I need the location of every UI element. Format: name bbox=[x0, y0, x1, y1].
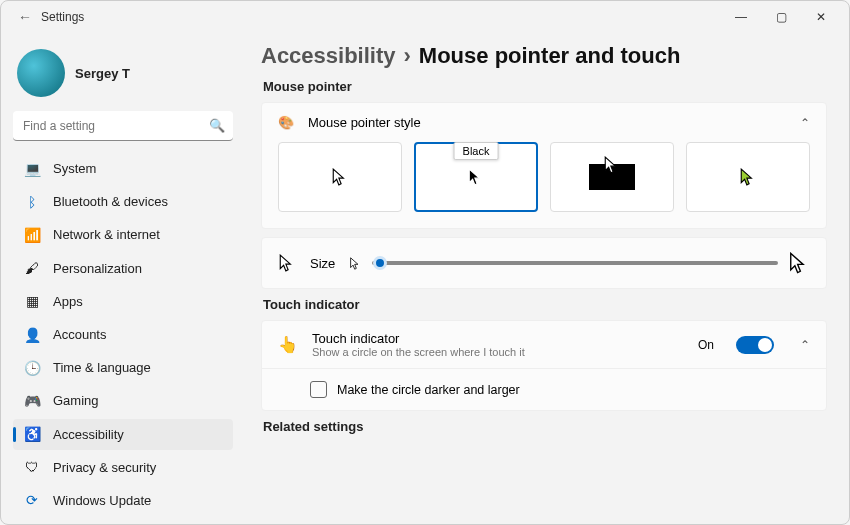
darker-larger-checkbox[interactable] bbox=[310, 381, 327, 398]
section-mouse-pointer: Mouse pointer bbox=[263, 79, 827, 94]
breadcrumb: Accessibility › Mouse pointer and touch bbox=[261, 43, 827, 69]
nav-label: System bbox=[53, 161, 96, 176]
nav-label: Privacy & security bbox=[53, 460, 156, 475]
apps-icon: ▦ bbox=[23, 292, 41, 310]
nav-label: Personalization bbox=[53, 261, 142, 276]
gaming-icon: 🎮 bbox=[23, 392, 41, 410]
touch-subtitle: Show a circle on the screen where I touc… bbox=[312, 346, 684, 358]
style-tooltip: Black bbox=[454, 142, 499, 160]
accessibility-icon: ♿ bbox=[23, 425, 41, 443]
nav-label: Bluetooth & devices bbox=[53, 194, 168, 209]
accounts-icon: 👤 bbox=[23, 326, 41, 344]
chevron-up-icon: ⌃ bbox=[800, 116, 810, 130]
update-icon: ⟳ bbox=[23, 491, 41, 509]
style-card-header[interactable]: 🎨 Mouse pointer style ⌃ bbox=[262, 103, 826, 142]
touch-card-header[interactable]: 👆 Touch indicator Show a circle on the s… bbox=[262, 321, 826, 369]
cursor-white-icon bbox=[331, 168, 349, 186]
pointer-style-custom[interactable] bbox=[686, 142, 810, 212]
style-card-title: Mouse pointer style bbox=[308, 115, 786, 130]
network-icon: 📶 bbox=[23, 226, 41, 244]
sidebar-item-bluetooth[interactable]: ᛒBluetooth & devices bbox=[13, 186, 233, 217]
privacy-icon: 🛡 bbox=[23, 458, 41, 476]
touch-card: 👆 Touch indicator Show a circle on the s… bbox=[261, 320, 827, 411]
size-card: Size bbox=[261, 237, 827, 289]
user-block[interactable]: Sergey T bbox=[13, 41, 233, 109]
sidebar-item-accounts[interactable]: 👤Accounts bbox=[13, 319, 233, 350]
cursor-large-icon bbox=[788, 252, 810, 274]
user-name: Sergey T bbox=[75, 66, 130, 81]
cursor-icon bbox=[278, 254, 296, 272]
search-input[interactable] bbox=[13, 111, 233, 141]
search-container: 🔍 bbox=[13, 111, 233, 141]
breadcrumb-sep: › bbox=[404, 43, 411, 69]
cursor-black-icon bbox=[467, 168, 485, 186]
sidebar-item-system[interactable]: 💻System bbox=[13, 153, 233, 184]
cursor-inverted-icon bbox=[603, 156, 621, 174]
chevron-up-icon: ⌃ bbox=[800, 338, 810, 352]
touch-state: On bbox=[698, 338, 714, 352]
sidebar-item-privacy[interactable]: 🛡Privacy & security bbox=[13, 452, 233, 483]
main-content: Accessibility › Mouse pointer and touch … bbox=[241, 33, 849, 524]
breadcrumb-parent[interactable]: Accessibility bbox=[261, 43, 396, 69]
darker-larger-label: Make the circle darker and larger bbox=[337, 383, 520, 397]
cursor-custom-icon bbox=[739, 168, 757, 186]
section-related: Related settings bbox=[263, 419, 827, 434]
system-icon: 💻 bbox=[23, 160, 41, 178]
nav-label: Gaming bbox=[53, 393, 99, 408]
cursor-small-icon bbox=[349, 257, 362, 270]
sidebar-item-personalization[interactable]: 🖌Personalization bbox=[13, 253, 233, 284]
nav-label: Apps bbox=[53, 294, 83, 309]
nav-label: Windows Update bbox=[53, 493, 151, 508]
sidebar-item-accessibility[interactable]: ♿Accessibility bbox=[13, 419, 233, 450]
window-title: Settings bbox=[41, 10, 84, 24]
nav-label: Network & internet bbox=[53, 227, 160, 242]
style-card: 🎨 Mouse pointer style ⌃ Black bbox=[261, 102, 827, 229]
bluetooth-icon: ᛒ bbox=[23, 193, 41, 211]
time-icon: 🕒 bbox=[23, 359, 41, 377]
nav-label: Time & language bbox=[53, 360, 151, 375]
touch-toggle[interactable] bbox=[736, 336, 774, 354]
touch-title: Touch indicator bbox=[312, 331, 684, 346]
sidebar-item-time[interactable]: 🕒Time & language bbox=[13, 352, 233, 383]
slider-thumb[interactable] bbox=[373, 256, 387, 270]
darker-larger-row[interactable]: Make the circle darker and larger bbox=[262, 369, 826, 410]
nav-label: Accounts bbox=[53, 327, 106, 342]
titlebar: ← Settings — ▢ ✕ bbox=[1, 1, 849, 33]
maximize-button[interactable]: ▢ bbox=[761, 1, 801, 33]
personalization-icon: 🖌 bbox=[23, 259, 41, 277]
pointer-style-white[interactable] bbox=[278, 142, 402, 212]
search-icon: 🔍 bbox=[209, 118, 225, 133]
sidebar-item-network[interactable]: 📶Network & internet bbox=[13, 219, 233, 250]
section-touch: Touch indicator bbox=[263, 297, 827, 312]
sidebar-item-update[interactable]: ⟳Windows Update bbox=[13, 485, 233, 516]
slider-track[interactable] bbox=[372, 261, 778, 265]
breadcrumb-current: Mouse pointer and touch bbox=[419, 43, 681, 69]
minimize-button[interactable]: — bbox=[721, 1, 761, 33]
touch-icon: 👆 bbox=[278, 335, 298, 354]
size-slider[interactable] bbox=[349, 252, 810, 274]
sidebar-item-apps[interactable]: ▦Apps bbox=[13, 286, 233, 317]
nav-label: Accessibility bbox=[53, 427, 124, 442]
pointer-style-black[interactable]: Black bbox=[414, 142, 538, 212]
avatar bbox=[17, 49, 65, 97]
back-button[interactable]: ← bbox=[9, 9, 41, 25]
close-button[interactable]: ✕ bbox=[801, 1, 841, 33]
pointer-style-inverted[interactable] bbox=[550, 142, 674, 212]
sidebar-item-gaming[interactable]: 🎮Gaming bbox=[13, 385, 233, 416]
inverted-preview bbox=[589, 164, 635, 190]
sidebar: Sergey T 🔍 💻System ᛒBluetooth & devices … bbox=[1, 33, 241, 524]
settings-window: ← Settings — ▢ ✕ Sergey T 🔍 💻System ᛒBlu… bbox=[0, 0, 850, 525]
size-label: Size bbox=[310, 256, 335, 271]
palette-icon: 🎨 bbox=[278, 115, 294, 130]
